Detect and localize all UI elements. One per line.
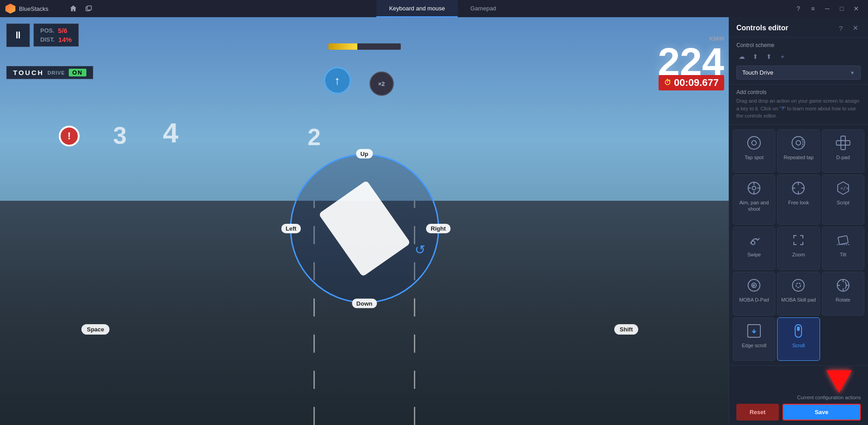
control-zoom[interactable]: Zoom: [777, 227, 820, 270]
red-arrow-icon: [826, 370, 852, 393]
tilt-icon: [835, 231, 852, 249]
controls-grid: Tap spot Repeated tap: [729, 125, 868, 366]
nav-arrow: ↑: [324, 67, 351, 94]
swipe-label: Swipe: [747, 251, 761, 258]
svg-rect-8: [836, 141, 841, 145]
help-btn[interactable]: ?: [792, 2, 805, 15]
dpad-ring[interactable]: Up Down Left Right ↺: [290, 154, 439, 303]
scroll-label: Scroll: [792, 342, 805, 349]
race-number-2: 2: [308, 123, 321, 151]
svg-rect-9: [845, 141, 850, 145]
add-controls-title: Add controls: [736, 89, 861, 95]
progress-fill: [328, 43, 357, 50]
pause-button[interactable]: ⏸: [6, 24, 30, 47]
tab-keyboard-mouse[interactable]: Keyboard and mouse: [376, 0, 458, 17]
panel-help-btn[interactable]: ?: [835, 23, 846, 33]
app-logo: BlueStacks: [0, 4, 63, 14]
bluestacks-logo-icon: [5, 4, 15, 14]
add-controls-section: Add controls Drag and drop an action on …: [729, 85, 868, 125]
timer-value: 00:09.677: [674, 77, 719, 89]
dpad-overlay[interactable]: Up Down Left Right ↺: [290, 154, 439, 303]
dpad-up-label: Up: [356, 149, 373, 159]
game-area: ⏸ POS. 5/6 DIST. 14% TOUCH DRIVE ON KM/H…: [0, 17, 729, 425]
control-repeated-tap[interactable]: Repeated tap: [777, 129, 820, 173]
aim-pan-shoot-icon: [745, 179, 763, 197]
scheme-share-icon[interactable]: ⬆: [764, 51, 774, 62]
tilt-label: Tilt: [840, 251, 846, 258]
window-icon[interactable]: [82, 2, 95, 15]
script-icon: </>: [835, 179, 852, 197]
scroll-icon: [790, 322, 807, 340]
reset-button[interactable]: Reset: [736, 404, 779, 420]
scheme-cloud-icon[interactable]: ☁: [736, 51, 747, 62]
maximize-btn[interactable]: □: [835, 2, 848, 15]
position-label: POS.: [40, 27, 54, 34]
repeated-tap-icon: [790, 134, 807, 151]
swipe-icon: [745, 231, 763, 249]
svg-point-5: [796, 141, 801, 145]
control-moba-dpad[interactable]: 6 MOBA D-Pad: [733, 272, 775, 315]
svg-point-4: [792, 137, 805, 149]
control-scroll[interactable]: Scroll: [777, 317, 820, 361]
control-tap-spot[interactable]: Tap spot: [733, 129, 775, 173]
dpad-icon: [835, 134, 852, 151]
tap-spot-label: Tap spot: [745, 154, 764, 161]
minimize-btn[interactable]: ─: [821, 2, 834, 15]
free-look-label: Free look: [788, 199, 809, 206]
pause-icon: ⏸: [13, 29, 23, 41]
close-btn[interactable]: ✕: [850, 2, 863, 15]
progress-track: [328, 43, 401, 50]
control-edge-scroll[interactable]: Edge scroll: [733, 317, 775, 361]
svg-rect-6: [841, 136, 845, 141]
scheme-label: Control scheme: [736, 42, 861, 48]
repeated-tap-label: Repeated tap: [783, 154, 813, 161]
scheme-selected: Touch Drive: [742, 69, 773, 76]
svg-text:6: 6: [752, 283, 754, 288]
save-button[interactable]: Save: [783, 404, 861, 420]
control-swipe[interactable]: Swipe: [733, 227, 775, 270]
edge-scroll-label: Edge scroll: [742, 342, 766, 349]
tab-gamepad[interactable]: Gamepad: [458, 0, 509, 17]
race-number-3: 3: [113, 121, 127, 149]
scheme-upload-icon[interactable]: ⬆: [750, 51, 761, 62]
help-link[interactable]: ?: [781, 106, 784, 111]
shift-key-label: Shift: [614, 324, 638, 335]
svg-rect-1: [87, 6, 91, 10]
dpad-down-label: Down: [352, 299, 377, 308]
control-moba-skill-pad[interactable]: MOBA Skill pad: [777, 272, 820, 315]
panel-close-btn[interactable]: ✕: [850, 23, 861, 33]
control-rotate[interactable]: Rotate: [822, 272, 864, 315]
add-controls-description: Drag and drop an action on your game scr…: [736, 97, 861, 120]
rotate-icon: [835, 277, 852, 294]
svg-rect-41: [797, 326, 800, 331]
control-aim-pan-shoot[interactable]: Aim, pan and shoot: [733, 175, 775, 225]
speed-sign: !: [59, 126, 80, 146]
svg-point-24: [751, 241, 755, 245]
position-value: 5/6: [58, 27, 67, 34]
home-icon[interactable]: [67, 2, 80, 15]
svg-point-3: [752, 141, 756, 145]
boost-badge: ×2: [369, 71, 394, 96]
red-arrow-container: [736, 370, 861, 393]
dpad-right-label: Right: [426, 224, 450, 233]
control-free-look[interactable]: Free look: [777, 175, 820, 225]
control-dpad[interactable]: D-pad: [822, 129, 864, 173]
menu-btn[interactable]: ≡: [806, 2, 819, 15]
edge-scroll-icon: [745, 322, 763, 340]
titlebar-left-icons: [63, 2, 99, 15]
control-tilt[interactable]: Tilt: [822, 227, 864, 270]
control-scheme-section: Control scheme ☁ ⬆ ⬆ + Touch Drive ▼: [729, 38, 868, 85]
svg-text:</>: </>: [840, 186, 849, 191]
aim-pan-shoot-label: Aim, pan and shoot: [736, 199, 772, 212]
scheme-add-icon[interactable]: +: [777, 51, 788, 62]
config-actions-label: Current configuration actions: [736, 395, 861, 400]
dpad-label: D-pad: [836, 154, 850, 161]
zoom-label: Zoom: [792, 251, 805, 258]
panel-header-icons: ? ✕: [835, 23, 861, 33]
nav-circle-icon: ↑: [324, 67, 351, 94]
control-script[interactable]: </> Script: [822, 175, 864, 225]
hud-progress: [328, 43, 401, 50]
bottom-buttons: Reset Save: [736, 404, 861, 420]
scheme-dropdown[interactable]: Touch Drive ▼: [736, 66, 861, 80]
race-number-4: 4: [163, 117, 178, 149]
